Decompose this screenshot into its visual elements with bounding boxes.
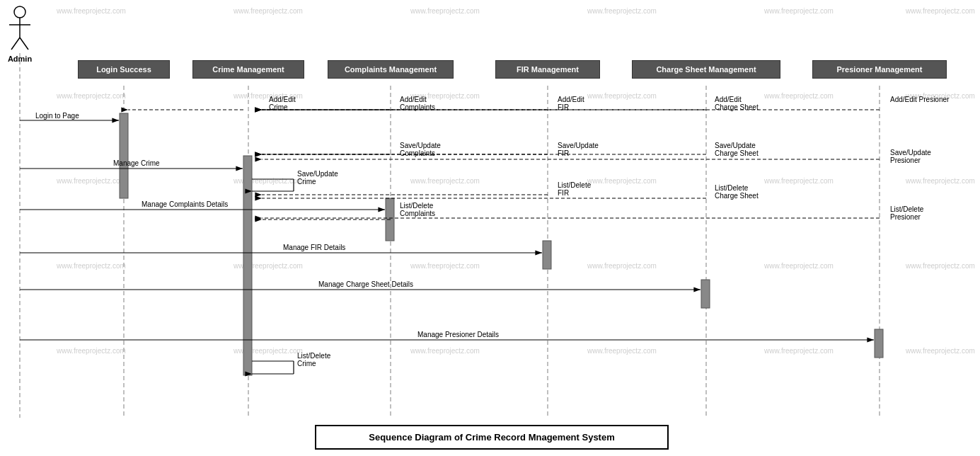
msg-save-update-fir: Save/UpdateFIR (558, 142, 599, 157)
msg-add-edit-complaints: Add/EditComplaints (400, 96, 435, 111)
watermark: www.freeprojectz.com (764, 92, 834, 100)
msg-list-delete-complaints: List/DeleteComplaints (400, 202, 435, 217)
msg-list-delete-presioner: List/DeletePresioner (890, 205, 923, 221)
watermark: www.freeprojectz.com (906, 262, 975, 270)
watermark: www.freeprojectz.com (764, 177, 834, 185)
watermark: www.freeprojectz.com (234, 262, 303, 270)
msg-list-delete-fir: List/DeleteFIR (558, 181, 591, 197)
msg-manage-fir: Manage FIR Details (283, 244, 345, 251)
msg-list-delete-crime: List/DeleteCrime (297, 352, 330, 367)
watermark: www.freeprojectz.com (906, 347, 975, 355)
watermark: www.freeprojectz.com (57, 347, 126, 355)
watermark: www.freeprojectz.com (410, 262, 480, 270)
msg-add-edit-presioner: Add/Edit Presioner (890, 96, 949, 103)
watermark: www.freeprojectz.com (587, 262, 657, 270)
msg-add-edit-fir: Add/EditFIR (558, 96, 584, 111)
msg-add-edit-cs: Add/EditCharge Sheet (715, 96, 759, 111)
lifeline-chargesheet: Charge Sheet Management (632, 60, 780, 79)
svg-rect-14 (386, 198, 394, 241)
lifeline-fir: FIR Management (495, 60, 600, 79)
lifeline-presioner: Presioner Management (812, 60, 947, 79)
lifeline-login: Login Success (78, 60, 170, 79)
svg-line-4 (20, 38, 28, 50)
svg-rect-16 (701, 280, 710, 308)
watermark: www.freeprojectz.com (906, 177, 975, 185)
watermark: www.freeprojectz.com (57, 7, 126, 15)
diagram-container: www.freeprojectz.com www.freeprojectz.co… (0, 0, 980, 456)
watermark: www.freeprojectz.com (906, 7, 975, 15)
msg-save-update-complaints: Save/UpdateComplaints (400, 142, 441, 157)
msg-manage-crime: Manage Crime (113, 159, 160, 167)
svg-point-0 (14, 6, 25, 18)
msg-list-delete-cs: List/DeleteCharge Sheet (715, 184, 759, 200)
msg-login-to-page: Login to Page (35, 112, 79, 120)
svg-rect-12 (120, 113, 128, 198)
watermark: www.freeprojectz.com (57, 177, 126, 185)
lifeline-crime: Crime Management (192, 60, 304, 79)
watermark: www.freeprojectz.com (587, 347, 657, 355)
watermark: www.freeprojectz.com (410, 347, 480, 355)
watermark: www.freeprojectz.com (587, 7, 657, 15)
msg-manage-presioner: Manage Presioner Details (417, 331, 499, 338)
actor-label: Admin (6, 55, 34, 63)
watermark: www.freeprojectz.com (234, 347, 303, 355)
msg-save-update-cs: Save/UpdateCharge Sheet (715, 142, 759, 157)
msg-manage-cs: Manage Charge Sheet Details (318, 280, 413, 288)
watermark: www.freeprojectz.com (764, 7, 834, 15)
watermark: www.freeprojectz.com (234, 177, 303, 185)
msg-save-update-crime: Save/UpdateCrime (297, 170, 338, 186)
msg-add-edit-crime: Add/EditCrime (269, 96, 296, 111)
watermark: www.freeprojectz.com (410, 177, 480, 185)
svg-rect-15 (543, 241, 551, 269)
watermark: www.freeprojectz.com (587, 177, 657, 185)
watermark: www.freeprojectz.com (764, 347, 834, 355)
watermark: www.freeprojectz.com (57, 262, 126, 270)
watermark: www.freeprojectz.com (764, 262, 834, 270)
msg-manage-complaints: Manage Complaints Details (142, 200, 228, 208)
watermark: www.freeprojectz.com (587, 92, 657, 100)
watermark: www.freeprojectz.com (410, 7, 480, 15)
caption-box: Sequence Diagram of Crime Record Mnageme… (315, 425, 669, 450)
actor-admin: Admin (6, 4, 34, 63)
msg-save-update-presioner: Save/UpdatePresioner (890, 149, 931, 164)
svg-line-3 (11, 38, 20, 50)
svg-rect-13 (243, 156, 252, 375)
lifeline-complaints: Complaints Management (328, 60, 454, 79)
watermark: www.freeprojectz.com (234, 7, 303, 15)
watermark: www.freeprojectz.com (57, 92, 126, 100)
svg-rect-17 (875, 329, 883, 358)
